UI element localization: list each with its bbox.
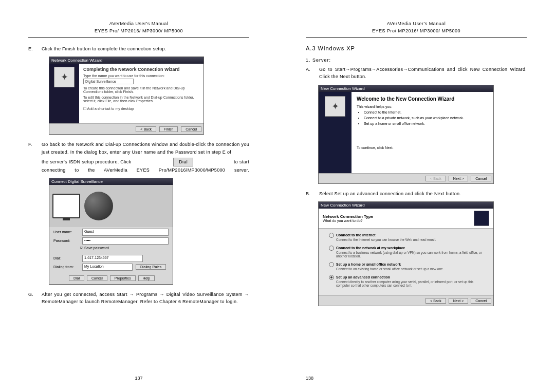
finish-button[interactable]: Finish [159, 126, 178, 132]
dial-inline-button[interactable]: Dial [173, 158, 193, 166]
back-button[interactable]: < Back [136, 126, 156, 132]
dialog-connection-type: New Connection Wizard Network Connection… [318, 201, 494, 306]
wizard-titlebar: Network Connection Wizard [49, 57, 203, 64]
header-rule [306, 38, 527, 38]
screenshot-connect-dialog: Connect Digital Surveillance User name:G… [49, 178, 249, 285]
dialog-network-connection-wizard: Network Connection Wizard ✦ Completing t… [49, 57, 204, 135]
step-g: G. After you get connected, access Start… [28, 291, 249, 306]
monitor-icon [52, 194, 80, 218]
option-connect-internet[interactable]: Connect to the Internet Connect to the I… [329, 233, 483, 241]
header-sub-left: EYES Pro/ MP2016/ MP3000/ MP5000 [28, 28, 249, 35]
connection-icon: ✦ [54, 67, 75, 87]
dialog-new-connection-wizard: New Connection Wizard ✦ Welcome to the N… [318, 85, 494, 184]
cancel-button[interactable]: Cancel [181, 126, 201, 132]
save-password-checkbox[interactable]: ☑ Save password [80, 246, 173, 250]
dialing-from-select[interactable]: My Location [82, 264, 133, 271]
step-b: B. Select Set up an advanced connection … [306, 190, 527, 197]
dialing-rules-button[interactable]: Dialing Rules [136, 264, 166, 270]
connect-titlebar: Connect Digital Surveillance [49, 178, 173, 185]
header-title-right: AVerMedia User's Manual [306, 21, 527, 28]
page-right: AVerMedia User's Manual EYES Pro/ MP2016… [278, 0, 555, 392]
dial-field[interactable]: 1-617-1234567 [82, 255, 143, 262]
dial-button[interactable]: Dial [69, 275, 84, 281]
step-1-server: 1. Server: [306, 58, 527, 63]
step-e: E. Click the Finish button to complete t… [28, 45, 249, 52]
screenshot-network-wizard-finish: Network Connection Wizard ✦ Completing t… [49, 57, 249, 135]
step-f: F. Go back to the Network and Dial-up Co… [28, 141, 249, 174]
step-a: A. Go to Start→Programs→Accessories→Comm… [306, 66, 527, 81]
properties-button[interactable]: Properties [110, 275, 136, 281]
wizard-sidebar: ✦ [319, 92, 351, 173]
next-button[interactable]: Next > [449, 298, 468, 304]
cancel-button[interactable]: Cancel [471, 298, 491, 304]
option-connect-workplace[interactable]: Connect to the network at my workplace C… [329, 246, 483, 258]
back-button[interactable]: < Back [425, 298, 446, 304]
page-number-left: 137 [0, 376, 278, 381]
help-button[interactable]: Help [138, 275, 155, 281]
option-advanced-connection[interactable]: Set up an advanced connection Connect di… [329, 275, 483, 287]
dialog-connect: Connect Digital Surveillance User name:G… [49, 178, 173, 285]
screenshot-xp-wizard-type: New Connection Wizard Network Connection… [318, 201, 527, 306]
header-sub-right: EYES Pro/ MP2016/ MP3000/ MP5000 [306, 28, 527, 35]
header-title-left: AVerMedia User's Manual [28, 21, 249, 28]
connection-icon: ✦ [325, 96, 345, 117]
shortcut-checkbox[interactable]: ☐ Add a shortcut to my desktop [83, 107, 199, 111]
cancel-button[interactable]: Cancel [471, 176, 491, 181]
cancel-button-2[interactable]: Cancel [87, 275, 107, 281]
globe-icon [84, 192, 113, 220]
connection-name-field[interactable]: Digital Surveillance [83, 79, 134, 84]
wizard-header-icon [474, 211, 489, 226]
page-left: AVerMedia User's Manual EYES Pro/ MP2016… [0, 0, 278, 392]
wizard-heading: Completing the Network Connection Wizard [83, 67, 199, 72]
wizard-sidebar: ✦ [49, 64, 79, 123]
password-field[interactable]: ••••• [82, 237, 169, 245]
username-field[interactable]: Guest [82, 229, 169, 236]
option-home-network[interactable]: Set up a home or small office network Co… [329, 262, 483, 271]
page-number-right: 138 [278, 376, 555, 381]
screenshot-xp-wizard-welcome: New Connection Wizard ✦ Welcome to the N… [318, 85, 527, 184]
page-spread: AVerMedia User's Manual EYES Pro/ MP2016… [0, 0, 555, 392]
header-rule [28, 38, 249, 38]
back-button: < Back [425, 176, 446, 181]
next-button[interactable]: Next > [449, 176, 468, 181]
section-heading: A.3 Windows XP [306, 45, 527, 51]
